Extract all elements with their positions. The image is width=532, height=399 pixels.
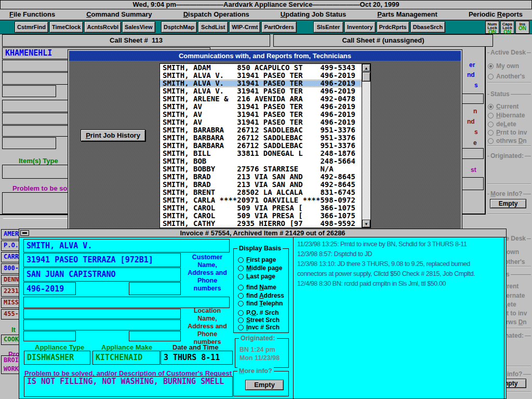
scrollbar-thumb[interactable]: [362, 72, 370, 82]
toolbar-button-inventory[interactable]: Inventory: [344, 21, 376, 33]
radio-circle[interactable]: [238, 317, 244, 323]
radio-find-address[interactable]: find Address: [238, 292, 284, 299]
menu-item-periodic-reports[interactable]: Periodic Reports: [469, 9, 523, 20]
toolbar-button-timeclock[interactable]: TimeClock: [49, 21, 83, 33]
radio-circle[interactable]: [488, 74, 494, 79]
list-item[interactable]: SMITH, ALVA V. 31941 PASEO TER 496-2019: [160, 72, 362, 79]
toolbar-button-acntsrcvbl[interactable]: AcntsRcvbl: [84, 21, 121, 33]
radio-another-s[interactable]: Another's: [488, 73, 525, 80]
list-item[interactable]: SMITH, ARLENE & 216 AVENIDA ARA 492-0478: [160, 95, 362, 103]
radio-find-name[interactable]: find Name: [238, 284, 276, 291]
scroll-down-button[interactable]: ▼: [362, 220, 370, 228]
toolbar-button-cstmrfind[interactable]: CstmrFind: [15, 21, 48, 33]
location-phone-field[interactable]: [23, 331, 76, 341]
list-item[interactable]: SMITH, BOB 248-5664: [160, 157, 362, 165]
menu-item-dispatch-operations[interactable]: Dispatch Operations: [183, 9, 249, 20]
technicians-dialog-title[interactable]: Communications with, and Reports from, T…: [69, 51, 461, 61]
location-city-field[interactable]: [23, 320, 181, 330]
radio-invc-srch[interactable]: Invc # Srch: [238, 324, 280, 331]
list-item[interactable]: SMITH, AV 31941 PASEO TER 496-2019: [160, 118, 362, 126]
right-sheet-field-fragment-2[interactable]: [459, 148, 484, 159]
print-job-history-button[interactable]: Print Job History: [81, 129, 145, 141]
dispatch-notes-log[interactable]: 11/23/98 13:25: Prntd to invce by BN, Sc…: [293, 237, 504, 399]
location-phone2-field[interactable]: [129, 331, 181, 341]
radio-p-o-srch[interactable]: P.O. # Srch: [238, 309, 279, 316]
list-item[interactable]: SMITH, BRENT 28502 LA ALCALA 831-6745: [160, 189, 362, 196]
customer-name-field[interactable]: SMITH, ALVA V.: [23, 239, 230, 252]
list-scrollbar[interactable]: ▲ ▼: [362, 64, 370, 228]
toolbar-button-salesview[interactable]: SalesView: [122, 21, 155, 33]
radio-street-srch[interactable]: Street Srch: [238, 316, 280, 324]
date-time-field[interactable]: 3 THURS 8-11: [161, 351, 233, 365]
radio-circle[interactable]: [238, 285, 244, 290]
list-item[interactable]: SMITH, ALVA V. 31941 PASEO TER 496-2019: [160, 79, 362, 87]
list-item[interactable]: SMITH, CAROL 509 VIA PRESA [ 366-1075: [160, 212, 362, 220]
list-item[interactable]: SMITH, CAROL 509 VIA PRESA [ 366-1075: [160, 204, 362, 212]
list-item[interactable]: SMITH, BARABRA 26712 SADDLEBAC 951-3376: [160, 126, 362, 134]
location-address-field[interactable]: [23, 309, 181, 319]
radio-middle-page[interactable]: Middle page: [238, 264, 282, 272]
list-item[interactable]: SMITH, BRAD 213 VIA SAN AND 492-8645: [160, 181, 362, 189]
radio-circle[interactable]: [238, 265, 244, 271]
toolbar-button-slsenter[interactable]: SlsEnter: [313, 21, 343, 33]
technician-customer-list[interactable]: SMITH, ADAM 850 ACAPULCO ST 499-5343SMIT…: [159, 63, 371, 228]
radio-circle[interactable]: [238, 310, 244, 316]
radio-othrws-dn[interactable]: othrws Dn: [488, 137, 527, 144]
radio-my-own[interactable]: My own: [488, 62, 519, 70]
appliance-type-field[interactable]: DISHWASHER: [24, 351, 90, 365]
toolbar-button-prdcrprts[interactable]: PrdcRprts: [377, 21, 409, 33]
customer-city-field[interactable]: SAN JUAN CAPISTRANO: [23, 268, 181, 282]
toolbar-button-wip-crmt[interactable]: WIP-Crmt: [229, 21, 260, 33]
list-item[interactable]: SMITH, BARBARA 26712 SADDLEBAC 951-3376: [160, 134, 362, 142]
problem-field[interactable]: IS NOT FILLING, NOT WASHING, BURNING SME…: [24, 376, 233, 397]
invoice-empty-button[interactable]: Empty: [245, 380, 284, 390]
appliance-make-field[interactable]: KITCHENAID: [92, 351, 160, 365]
radio-circle[interactable]: [488, 113, 494, 118]
radio-first-page[interactable]: First page: [238, 256, 276, 263]
location-name-field[interactable]: [23, 297, 230, 308]
radio-circle[interactable]: [488, 104, 494, 110]
customer-address-field[interactable]: 31941 PASEO TERRAZA [972B1]: [23, 253, 181, 267]
list-item[interactable]: SMITH, AV 31941 PASEO TER 496-2019: [160, 111, 362, 118]
radio-circle[interactable]: [488, 63, 494, 69]
list-item[interactable]: SMITH, BILL 33811 DONEGAL L 248-1876: [160, 150, 362, 157]
list-item[interactable]: SMITH, CATHY 2935 HIERRO [97 498-9592: [160, 220, 362, 228]
panel-empty-button[interactable]: Empty: [490, 199, 526, 208]
radio-circle[interactable]: [238, 274, 244, 280]
radio-circle[interactable]: [238, 293, 244, 299]
toolbar-button-dsptchmap[interactable]: DsptchMap: [161, 21, 197, 33]
list-item[interactable]: SMITH, ADAM 850 ACAPULCO ST 499-5343: [160, 64, 362, 72]
list-item[interactable]: SMITH, CARLA ****20971 OAKVILLE ****598-…: [160, 196, 362, 204]
scroll-up-button[interactable]: ▲: [362, 64, 370, 72]
radio-circle[interactable]: [238, 257, 244, 263]
list-item[interactable]: SMITH, ALVA V. 31941 PASEO TER 496-2019: [160, 87, 362, 95]
radio-delete[interactable]: deLete: [488, 121, 516, 128]
radio-last-page[interactable]: Last page: [238, 273, 275, 280]
toolbar-button-partorders[interactable]: PartOrders: [261, 21, 296, 33]
left-sheet-phone-field[interactable]: [2, 85, 56, 97]
list-item[interactable]: SMITH, BARBARA 26712 SADDLEBAC 951-3376: [160, 142, 362, 150]
customer-phone-field[interactable]: 496-2019: [23, 282, 76, 295]
list-item[interactable]: SMITH, BOBBY 27576 STARRISE N/A: [160, 165, 362, 173]
radio-circle[interactable]: [238, 301, 244, 307]
menu-item-command-summary[interactable]: Command Summary: [86, 9, 152, 20]
radio-circle[interactable]: [488, 138, 494, 144]
list-item[interactable]: SMITH, AV 31941 PASEO TER 496-2019: [160, 103, 362, 111]
radio-circle[interactable]: [488, 122, 494, 127]
radio-circle[interactable]: [238, 325, 244, 330]
right-sheet-field-fragment-3[interactable]: [459, 177, 484, 190]
menu-item-file-functions[interactable]: File Functions: [9, 9, 55, 20]
customer-phone2-field[interactable]: [129, 282, 181, 295]
radio-find-telephn[interactable]: find Telephn: [238, 300, 283, 307]
list-item[interactable]: SMITH, BRAD 213 VIA SAN AND 492-8645: [160, 173, 362, 181]
toolbar-button-schdlist[interactable]: SchdList: [198, 21, 228, 33]
minimize-button[interactable]: [20, 230, 29, 236]
radio-current[interactable]: Current: [488, 103, 518, 110]
radio-prnt-to-inv[interactable]: Prnt to inv: [488, 129, 527, 136]
radio-hibernate[interactable]: Hibernate: [488, 112, 525, 119]
menu-item-parts-management[interactable]: Parts Management: [377, 9, 437, 20]
right-sheet-field-fragment-1[interactable]: [459, 94, 484, 104]
menu-item-updating-job-status[interactable]: Updating Job Status: [281, 9, 346, 20]
radio-circle[interactable]: [488, 130, 494, 136]
left-sheet-location-phone-field[interactable]: [2, 137, 56, 149]
